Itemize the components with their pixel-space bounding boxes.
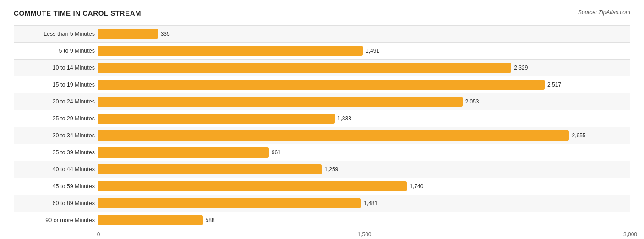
bar [98, 97, 463, 107]
bar-label: 45 to 59 Minutes [14, 183, 98, 190]
bar-value: 1,481 [364, 200, 377, 206]
source-label: Source: ZipAtlas.com [578, 9, 630, 16]
bar-label: 35 to 39 Minutes [14, 149, 98, 156]
bar-row: 10 to 14 Minutes2,329 [14, 59, 630, 76]
bar-container: 1,259 [98, 164, 630, 174]
bar-container: 2,655 [98, 130, 630, 141]
bar-container: 1,740 [98, 181, 630, 191]
x-axis: 01,5003,000 [14, 231, 630, 239]
bar-value: 1,740 [409, 183, 423, 190]
bar-value: 2,517 [547, 81, 561, 88]
bar [98, 198, 361, 208]
bar-row: 40 to 44 Minutes1,259 [14, 161, 630, 178]
bar-value: 2,329 [514, 65, 528, 71]
bar-row: 45 to 59 Minutes1,740 [14, 178, 630, 195]
bar-row: 60 to 89 Minutes1,481 [14, 195, 630, 212]
x-axis-tick: 1,500 [357, 231, 371, 238]
bar-label: Less than 5 Minutes [14, 31, 98, 37]
bar-value: 335 [161, 31, 170, 37]
bar-value: 961 [272, 149, 281, 156]
bar-label: 90 or more Minutes [14, 217, 98, 223]
bar-label: 10 to 14 Minutes [14, 65, 98, 71]
chart-header: COMMUTE TIME IN CAROL STREAM Source: Zip… [14, 9, 630, 17]
bar [98, 114, 335, 124]
bar-label: 15 to 19 Minutes [14, 81, 98, 88]
x-axis-inner: 01,5003,000 [98, 231, 630, 239]
bar-container: 588 [98, 215, 630, 225]
bar-row: Less than 5 Minutes335 [14, 25, 630, 42]
bar [98, 29, 158, 39]
x-axis-tick: 3,000 [623, 231, 637, 238]
bar-value: 1,259 [324, 166, 338, 173]
x-axis-tick: 0 [97, 231, 100, 238]
bar [98, 80, 545, 90]
bar-container: 1,481 [98, 198, 630, 208]
bar [98, 63, 511, 73]
bar-container: 1,491 [98, 46, 630, 56]
bar [98, 181, 407, 191]
bar [98, 46, 363, 56]
bar-container: 335 [98, 29, 630, 39]
chart-area: Less than 5 Minutes3355 to 9 Minutes1,49… [14, 25, 630, 228]
bar-row: 20 to 24 Minutes2,053 [14, 93, 630, 110]
bar-label: 20 to 24 Minutes [14, 98, 98, 105]
bar-row: 15 to 19 Minutes2,517 [14, 76, 630, 93]
bar-value: 1,491 [366, 48, 379, 54]
bar-value: 2,655 [572, 132, 585, 139]
bar-label: 5 to 9 Minutes [14, 48, 98, 54]
bar-label: 60 to 89 Minutes [14, 200, 98, 206]
bar [98, 215, 203, 225]
bar-label: 30 to 34 Minutes [14, 132, 98, 139]
bar [98, 147, 269, 158]
bar-container: 2,053 [98, 97, 630, 107]
bar-container: 2,329 [98, 63, 630, 73]
bar-row: 90 or more Minutes588 [14, 212, 630, 228]
bar-container: 1,333 [98, 114, 630, 124]
bar-container: 2,517 [98, 80, 630, 90]
bar-label: 25 to 29 Minutes [14, 115, 98, 122]
bar-container: 961 [98, 147, 630, 158]
bar-row: 25 to 29 Minutes1,333 [14, 110, 630, 127]
bar-row: 30 to 34 Minutes2,655 [14, 127, 630, 144]
bar-row: 35 to 39 Minutes961 [14, 144, 630, 161]
bar-value: 2,053 [465, 98, 479, 105]
bar-label: 40 to 44 Minutes [14, 166, 98, 173]
chart-title: COMMUTE TIME IN CAROL STREAM [14, 9, 141, 17]
bar [98, 164, 322, 174]
bar-value: 1,333 [338, 115, 351, 122]
bar-row: 5 to 9 Minutes1,491 [14, 42, 630, 59]
bar [98, 130, 569, 141]
bar-value: 588 [206, 217, 215, 223]
